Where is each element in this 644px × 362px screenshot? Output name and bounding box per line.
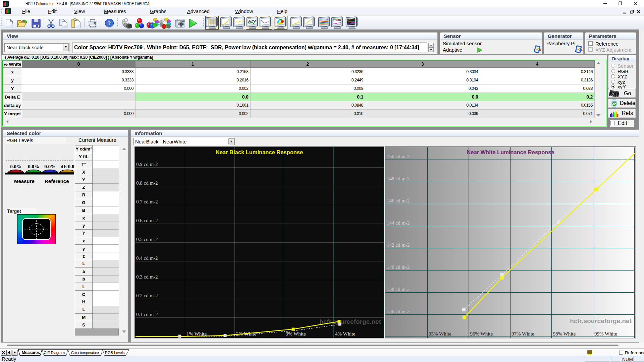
svg-text:RGB Levels: RGB Levels (105, 351, 125, 355)
svg-text:0.0%: 0.0% (44, 164, 56, 169)
svg-text:4% White: 4% White (335, 331, 355, 337)
svg-text:0.7 cd m-2: 0.7 cd m-2 (136, 199, 158, 204)
svg-text:96% White: 96% White (470, 331, 493, 337)
svg-text:0.5 cd m-2: 0.5 cd m-2 (136, 237, 158, 242)
svg-text:150 cd m-2: 150 cd m-2 (387, 154, 410, 159)
svg-text:95% White: 95% White (429, 331, 451, 337)
svg-text:0.1 cd m-2: 0.1 cd m-2 (136, 312, 158, 317)
svg-text:Near White Luminance Response: Near White Luminance Response (467, 149, 554, 155)
svg-text:0.0%: 0.0% (28, 164, 39, 169)
svg-text:0.0%: 0.0% (10, 164, 21, 169)
svg-text:0.4 cd m-2: 0.4 cd m-2 (136, 255, 158, 261)
svg-text:0.8 cd m-2: 0.8 cd m-2 (136, 180, 158, 186)
svg-text:0.6 cd m-2: 0.6 cd m-2 (136, 218, 158, 223)
svg-text:0.3 cd m-2: 0.3 cd m-2 (136, 274, 158, 280)
svg-text:97% White: 97% White (512, 331, 534, 337)
svg-text:0.9 cd m-2: 0.9 cd m-2 (136, 162, 158, 167)
svg-text:Color temperature: Color temperature (71, 351, 99, 355)
svg-text:hcfr.sourceforge.net: hcfr.sourceforge.net (570, 317, 632, 324)
svg-text:Measures: Measures (22, 350, 40, 355)
svg-text:142 cd m-2: 142 cd m-2 (387, 242, 410, 248)
svg-text:136 cd m-2: 136 cd m-2 (387, 309, 410, 314)
svg-text:140 cd m-2: 140 cd m-2 (387, 264, 410, 270)
svg-text:144 cd m-2: 144 cd m-2 (387, 220, 410, 226)
svg-text:138 cd m-2: 138 cd m-2 (387, 287, 410, 292)
svg-text:hcfr.sourceforge.net: hcfr.sourceforge.net (319, 318, 381, 325)
svg-text:0.2 cd m-2: 0.2 cd m-2 (136, 293, 158, 298)
svg-text:CIE Diagram: CIE Diagram (44, 351, 65, 355)
svg-text:148 cd m-2: 148 cd m-2 (387, 176, 410, 181)
svg-text:Near Black Luminance Response: Near Black Luminance Response (216, 149, 303, 155)
svg-text:3% White: 3% White (286, 331, 306, 337)
svg-text:99% White: 99% White (594, 331, 617, 337)
svg-text:dE 0.0: dE 0.0 (61, 164, 74, 169)
svg-text:146 cd m-2: 146 cd m-2 (387, 198, 410, 203)
svg-text:?: ? (108, 20, 111, 26)
svg-text:98% White: 98% White (553, 331, 576, 337)
